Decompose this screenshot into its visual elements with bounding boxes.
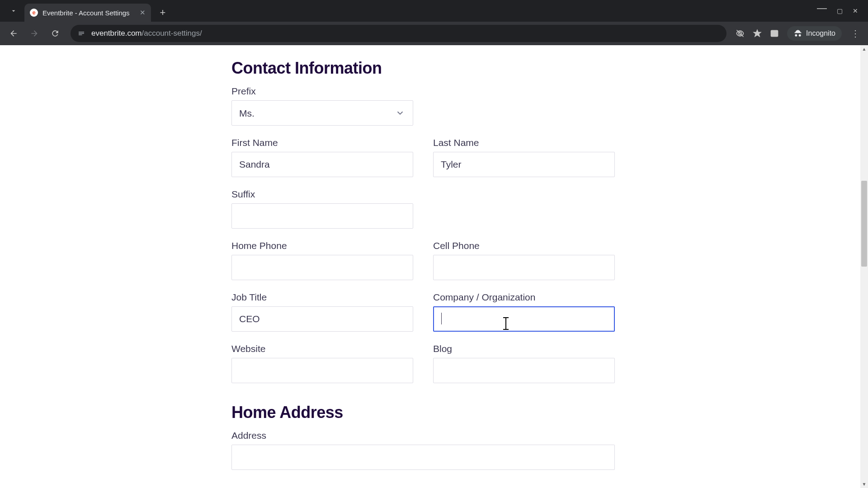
site-info-icon[interactable] [77, 29, 86, 38]
suffix-input[interactable] [231, 203, 413, 229]
omnibox[interactable]: eventbrite.com/account-settings/ [71, 25, 726, 42]
home-phone-label: Home Phone [231, 240, 413, 251]
cell-phone-input[interactable] [433, 255, 615, 280]
mouse-cursor-ibeam [505, 318, 506, 329]
first-name-input[interactable] [231, 152, 413, 177]
prefix-select[interactable]: Ms. [231, 100, 413, 126]
new-tab-button[interactable]: + [156, 5, 170, 20]
omnibox-url: eventbrite.com/account-settings/ [91, 29, 720, 38]
window-close-button[interactable]: ✕ [853, 7, 858, 14]
page-viewport: Contact Information Prefix Ms. First Nam… [0, 45, 868, 488]
blog-label: Blog [433, 343, 615, 354]
website-label: Website [231, 343, 413, 354]
scroll-down-button[interactable]: ▼ [860, 480, 868, 488]
bookmark-star-icon[interactable] [750, 26, 764, 41]
settings-form: Contact Information Prefix Ms. First Nam… [231, 45, 846, 482]
prefix-label: Prefix [231, 86, 413, 97]
nav-back-button[interactable] [5, 24, 23, 42]
website-input[interactable] [231, 358, 413, 383]
company-label: Company / Organization [433, 292, 615, 303]
browser-menu-button[interactable]: ⋮ [847, 28, 863, 39]
company-input[interactable] [433, 306, 615, 332]
first-name-label: First Name [231, 137, 413, 148]
tracking-protection-icon[interactable] [733, 26, 747, 41]
nav-reload-button[interactable] [46, 24, 64, 42]
home-address-heading: Home Address [231, 403, 846, 422]
address-bar: eventbrite.com/account-settings/ Incogni… [0, 22, 868, 45]
window-controls: — ▢ ✕ [817, 0, 864, 22]
eventbrite-favicon: e [30, 9, 38, 17]
address-input[interactable] [231, 445, 615, 470]
cell-phone-label: Cell Phone [433, 240, 615, 251]
address-label: Address [231, 430, 615, 441]
side-panel-icon[interactable] [767, 26, 782, 41]
suffix-label: Suffix [231, 189, 413, 200]
scroll-up-button[interactable]: ▲ [860, 45, 868, 53]
tab-strip: e Eventbrite - Account Settings ✕ + — ▢ … [0, 0, 868, 22]
job-title-label: Job Title [231, 292, 413, 303]
last-name-input[interactable] [433, 152, 615, 177]
contact-info-heading: Contact Information [231, 59, 846, 78]
window-minimize-button[interactable]: — [817, 2, 827, 14]
scrollbar-thumb[interactable] [861, 181, 867, 267]
tab-search-button[interactable] [5, 3, 22, 19]
nav-forward-button[interactable] [25, 24, 43, 42]
window-maximize-button[interactable]: ▢ [837, 7, 843, 14]
incognito-label: Incognito [806, 29, 835, 38]
settings-sidebar [0, 45, 184, 488]
browser-tab-active[interactable]: e Eventbrite - Account Settings ✕ [24, 4, 151, 22]
blog-input[interactable] [433, 358, 615, 383]
incognito-indicator[interactable]: Incognito [787, 26, 842, 41]
text-caret [441, 313, 442, 324]
last-name-label: Last Name [433, 137, 615, 148]
close-tab-icon[interactable]: ✕ [140, 9, 146, 17]
tab-title: Eventbrite - Account Settings [42, 9, 135, 17]
job-title-input[interactable] [231, 306, 413, 332]
scrollbar-track[interactable]: ▲ ▼ [860, 45, 868, 488]
home-phone-input[interactable] [231, 255, 413, 280]
svg-rect-1 [771, 30, 778, 36]
